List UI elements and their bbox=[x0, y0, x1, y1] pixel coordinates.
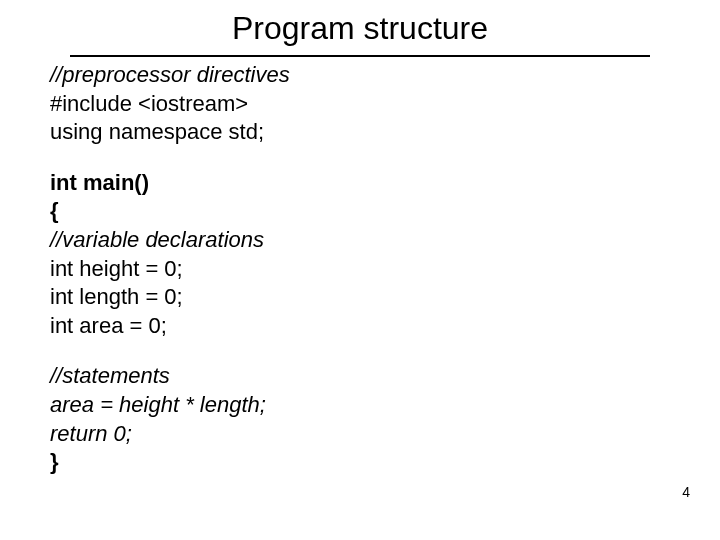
slide-title: Program structure bbox=[50, 10, 670, 47]
title-underline bbox=[70, 55, 650, 57]
main-declaration: int main() bbox=[50, 169, 670, 198]
spacer-1 bbox=[50, 147, 670, 169]
variable-comment: //variable declarations bbox=[50, 226, 670, 255]
var-height: int height = 0; bbox=[50, 255, 670, 284]
open-brace: { bbox=[50, 197, 670, 226]
var-length: int length = 0; bbox=[50, 283, 670, 312]
slide-content: //preprocessor directives #include <iost… bbox=[50, 61, 670, 477]
var-area: int area = 0; bbox=[50, 312, 670, 341]
namespace-line: using namespace std; bbox=[50, 118, 670, 147]
preprocessor-comment: //preprocessor directives bbox=[50, 61, 670, 90]
close-brace: } bbox=[50, 448, 670, 477]
include-line: #include <iostream> bbox=[50, 90, 670, 119]
page-number: 4 bbox=[682, 484, 690, 500]
stmt-area: area = height * length; bbox=[50, 391, 670, 420]
slide-container: Program structure //preprocessor directi… bbox=[0, 0, 720, 477]
stmt-return: return 0; bbox=[50, 420, 670, 449]
statements-comment: //statements bbox=[50, 362, 670, 391]
spacer-2 bbox=[50, 340, 670, 362]
